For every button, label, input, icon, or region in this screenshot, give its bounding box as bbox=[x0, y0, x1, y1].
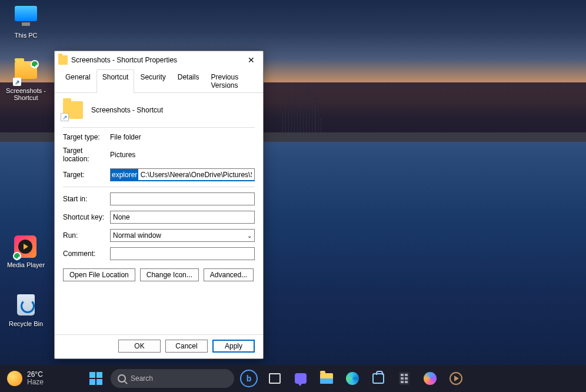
weather-condition: Haze bbox=[27, 378, 44, 386]
apply-button[interactable]: Apply bbox=[212, 340, 255, 353]
taskbar-task-view[interactable] bbox=[264, 367, 286, 390]
tab-details[interactable]: Details bbox=[172, 69, 205, 93]
taskbar-media-player[interactable] bbox=[445, 367, 467, 390]
run-select-value: Normal window bbox=[113, 231, 161, 240]
start-button[interactable] bbox=[85, 367, 107, 390]
shortcut-arrow-icon: ↗ bbox=[61, 113, 69, 121]
sync-check-icon bbox=[13, 252, 21, 260]
search-placeholder: Search bbox=[131, 374, 153, 383]
desktop-icon-screenshots-shortcut[interactable]: ↗ Screenshots - Shortcut bbox=[5, 59, 47, 101]
target-selection: explorer bbox=[111, 169, 138, 181]
weather-icon bbox=[7, 371, 22, 386]
open-file-location-button[interactable]: Open File Location bbox=[63, 268, 135, 281]
taskbar-search[interactable]: Search bbox=[111, 369, 234, 388]
desktop-icon-recycle-bin[interactable]: Recycle Bin bbox=[5, 294, 47, 327]
desktop-icon-label: Screenshots - Shortcut bbox=[5, 87, 47, 101]
windows-logo-icon bbox=[89, 372, 102, 385]
target-label: Target: bbox=[63, 171, 110, 179]
chat-icon bbox=[295, 373, 307, 384]
folder-icon bbox=[58, 55, 68, 65]
task-view-icon bbox=[269, 373, 281, 384]
start-in-input[interactable] bbox=[110, 192, 255, 205]
shortcut-name: Screenshots - Shortcut bbox=[91, 106, 163, 114]
file-explorer-icon bbox=[320, 373, 333, 384]
taskbar-edge[interactable] bbox=[341, 367, 364, 390]
taskbar-calculator[interactable] bbox=[393, 367, 415, 390]
recycle-bin-icon bbox=[17, 294, 35, 315]
desktop-icon-this-pc[interactable]: This PC bbox=[5, 6, 47, 39]
taskbar-bing-chat[interactable]: b bbox=[238, 367, 260, 390]
target-type-value: File folder bbox=[110, 133, 255, 141]
tab-shortcut[interactable]: Shortcut bbox=[96, 69, 135, 93]
cancel-button[interactable]: Cancel bbox=[165, 340, 208, 353]
taskbar-weather[interactable]: 26°C Haze bbox=[7, 371, 44, 386]
store-icon bbox=[372, 373, 384, 384]
dialog-body: ↗ Screenshots - Shortcut Target type: Fi… bbox=[55, 93, 263, 334]
advanced-button[interactable]: Advanced... bbox=[204, 268, 254, 281]
properties-dialog: Screenshots - Shortcut Properties ✕ Gene… bbox=[54, 51, 264, 359]
dialog-titlebar[interactable]: Screenshots - Shortcut Properties ✕ bbox=[55, 51, 263, 69]
desktop-icon-label: Media Player bbox=[5, 261, 47, 268]
taskbar: 26°C Haze Search b bbox=[0, 365, 586, 392]
desktop-icon-label: Recycle Bin bbox=[5, 320, 47, 327]
comment-input[interactable] bbox=[110, 247, 255, 260]
target-location-value: Pictures bbox=[110, 151, 255, 159]
search-icon bbox=[118, 374, 126, 383]
target-type-label: Target type: bbox=[63, 133, 110, 141]
tab-previous-versions[interactable]: Previous Versions bbox=[205, 69, 258, 93]
run-select[interactable]: Normal window ⌄ bbox=[110, 229, 255, 242]
target-location-label: Target location: bbox=[63, 147, 110, 163]
desktop-icon-label: This PC bbox=[5, 32, 47, 39]
taskbar-chat[interactable] bbox=[289, 367, 312, 390]
change-icon-button[interactable]: Change Icon... bbox=[140, 268, 199, 281]
desktop-icon-media-player[interactable]: Media Player bbox=[5, 235, 47, 268]
dialog-footer: OK Cancel Apply bbox=[55, 334, 263, 358]
bing-icon: b bbox=[240, 370, 258, 387]
start-in-label: Start in: bbox=[63, 195, 110, 203]
tab-general[interactable]: General bbox=[59, 69, 96, 93]
shortcut-key-input[interactable] bbox=[110, 211, 255, 224]
ok-button[interactable]: OK bbox=[118, 340, 161, 353]
shortcut-key-label: Shortcut key: bbox=[63, 213, 110, 221]
chevron-down-icon: ⌄ bbox=[247, 232, 252, 239]
taskbar-store[interactable] bbox=[367, 367, 389, 390]
monitor-icon bbox=[15, 6, 37, 21]
sync-check-icon bbox=[31, 60, 39, 68]
folder-shortcut-icon: ↗ bbox=[63, 101, 83, 119]
calculator-icon bbox=[399, 372, 409, 385]
dialog-tabs: General Shortcut Security Details Previo… bbox=[55, 69, 263, 93]
edge-icon bbox=[346, 372, 359, 385]
taskbar-copilot[interactable] bbox=[419, 367, 441, 390]
tab-security[interactable]: Security bbox=[134, 69, 171, 93]
run-label: Run: bbox=[63, 231, 110, 240]
taskbar-file-explorer[interactable] bbox=[315, 367, 338, 390]
comment-label: Comment: bbox=[63, 250, 110, 258]
shortcut-arrow-icon: ↗ bbox=[13, 78, 21, 86]
dialog-title: Screenshots - Shortcut Properties bbox=[71, 56, 243, 64]
play-icon bbox=[450, 372, 462, 385]
copilot-icon bbox=[424, 372, 437, 385]
close-button[interactable]: ✕ bbox=[243, 52, 259, 68]
